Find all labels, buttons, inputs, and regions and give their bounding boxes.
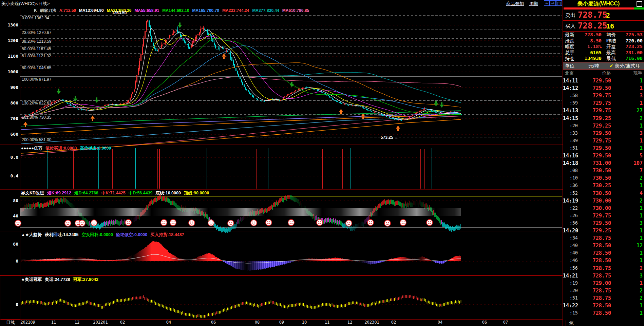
tape-row: :51 728.75 2 [563,295,644,303]
trading-terminal: 美小麦连(WHCC)<日线> 商品叠加 周期 ⇦ ⇨ ◫ K胡家刀法A:712.… [0,0,644,326]
tape-price: 730.00 [587,205,611,211]
tape-row: :46 728.50 1 [563,257,644,265]
fib-level-label: 50.00% 1167.45 [22,46,51,51]
tape-time: :40 [563,250,578,255]
time-and-sales-list[interactable]: 14:11 729.50 114:12 729.50 1:58 729.75 3… [563,78,644,318]
quote-sidebar: 美小麦连(WHCC) 卖出 728.75 2 买入 728.25 16 最新 7… [563,0,644,326]
indicator-value: 短K:69.2912 [47,191,71,195]
date-tick: 202201 [93,320,108,325]
tape-time: :46 [563,257,578,263]
stats-row: 持仓 134930 最低 716.00 [563,56,644,62]
prev-contract-button[interactable]: ⇦ [544,0,550,6]
date-tick: 11 [325,320,329,325]
tape-price: 728.75 [587,235,611,241]
date-tick: 202109 [20,320,35,325]
indicator-value: 买入持货:18.4487 [150,232,184,237]
indicator-value: 高位抛出:0.0000 [80,146,111,151]
next-contract-button[interactable]: ⇨ [550,0,556,6]
tape-row: :33 729.50 3 [563,130,644,138]
indicator-value: 顶线:90.0000 [184,191,209,195]
tape-price: 728.75 [587,295,611,301]
tape-time: 14:20 [563,228,578,234]
stats-row: 涨跌 8.50 昨结 720.00 [563,38,644,44]
date-tick: 12 [75,320,79,325]
panel-label-trend: ▲★大趋势获利回吐:14.2405空头回补:0.0000坚绝做空:0.0000买… [21,232,187,238]
tape-time: :52 [563,190,578,196]
tape-price: 730.00 [587,198,611,204]
indicator-value: ★奥运冠军 [21,277,42,282]
stat-label: 均价 [606,32,616,38]
tape-qty: 1 [617,138,643,144]
indicator-value: ▲★大趋势 [21,232,42,237]
price-tick: 700 [1,116,18,121]
tape-qty: 1 [617,257,643,264]
tape-price: 729.25 [587,115,611,121]
tape-header-time: 北京 [565,70,574,76]
tape-qty: 2 [617,115,643,121]
bid-row[interactable]: 买入 728.25 16 [563,21,644,31]
tape-qty: 2 [617,175,643,181]
tape-price: 728.50 [587,243,611,249]
tape-row: :20 729.25 1 [563,123,644,130]
split-window-button[interactable]: ◫ [556,0,562,6]
unit-option-cents[interactable]: 美分/蒲式耳 [615,63,640,69]
chart-area[interactable]: K胡家刀法A:712.50MA13:694.90MA21:680.26MA55:… [0,7,563,326]
stats-row: 总手 6165 最高 731.00 [563,50,644,56]
tape-header-qty: 现手 [633,70,642,76]
price-tick: 1000 [1,69,18,74]
unit-option-yuan[interactable]: 元/吨 [588,63,599,69]
date-tick: 04 [438,320,442,325]
tape-qty: 1 [617,85,643,91]
ma-value: 胡家刀法 [40,8,56,13]
stat-label: 开盘 [606,44,616,50]
ratio-green-segment [634,7,644,9]
date-tick: 06 [482,320,487,325]
tape-qty: 1 [617,235,643,241]
expand-icon[interactable] [637,1,642,7]
axis-tick: 40 [1,213,18,218]
axis-tick: 0 [1,258,18,264]
tape-time: 14:21 [563,273,578,279]
tape-time: :26 [563,213,578,218]
tape-time: :58 [563,93,578,98]
ask-row[interactable]: 卖出 728.75 2 [563,10,644,20]
contract-title: 美小麦连(WHCC) [563,0,634,7]
ma-indicator-header: K胡家刀法A:712.50MA13:694.90MA21:680.26MA55:… [34,8,312,14]
fib-level-label: 23.60% 1270.67 [22,30,51,35]
tape-price: 730.25 [587,183,611,189]
stat-value: 723.25 [617,44,643,49]
price-tick: 900 [1,85,18,90]
unit-toggle-row[interactable]: 单位 元/吨 ✔ 美分/蒲式耳 [563,62,644,70]
buy-sell-ratio-bar [564,7,644,9]
tab-tick[interactable]: 笔 [566,320,577,326]
ma-value: K [34,8,37,13]
period-selector[interactable]: 日线 [1,319,20,326]
tape-row: :20 728.75 2 [563,288,644,295]
indicator-value: ●●●●●亿万 [21,146,42,151]
tape-row: :26 729.75 1 [563,213,644,220]
indicator-value: 中D:56.4439 [129,191,153,195]
stat-value: 720.00 [617,38,643,43]
ask-label: 卖出 [565,12,575,19]
ma-value: MA233:744.24 [222,8,249,13]
stat-value: 1.18% [576,44,602,49]
tape-row: :15 728.50 1 [563,310,644,318]
link-overlay-contract[interactable]: 商品叠加 [506,1,524,7]
tape-row: :36 730.25 1 [563,183,644,190]
tape-time: 14:19 [563,198,578,204]
tape-row: :08 730.50 7 [563,168,644,175]
tape-qty: 1 [617,228,643,234]
panel-label-kd: 界文KD改进短K:69.2912短D:64.2768中K:71.4425中D:5… [21,190,212,196]
tape-row: 14:16 729.50 5 [563,153,644,160]
ask-qty: 2 [606,11,610,19]
tape-qty: 1 [617,123,643,129]
tape-time: 14:18 [563,160,578,166]
low-price-annotation: 573.25 → [381,135,398,140]
stat-label: 总手 [565,50,574,56]
link-period[interactable]: 周期 [529,1,538,7]
tape-time: :59 [563,100,578,106]
stat-value: 725.53 [617,32,643,37]
tape-qty: 1 [617,280,643,286]
tape-qty: 1 [617,213,643,219]
tape-time: :56 [563,220,578,226]
